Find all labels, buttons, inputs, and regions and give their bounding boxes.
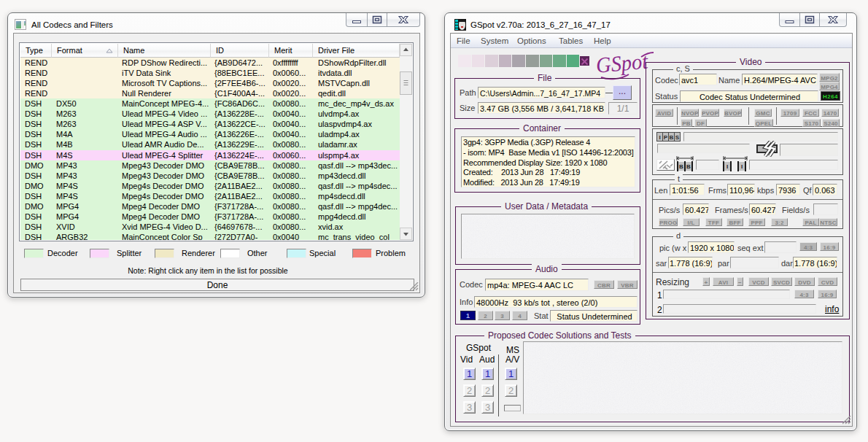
svg-text:GSpot: GSpot: [596, 49, 649, 77]
